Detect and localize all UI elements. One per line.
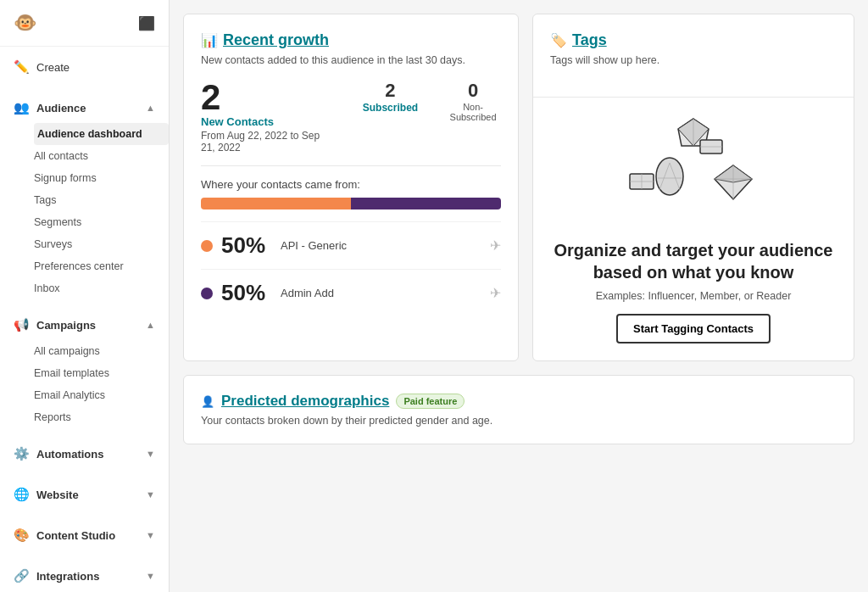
sidebar-item-email-templates[interactable]: Email templates [34, 362, 169, 384]
campaigns-chevron: ▲ [146, 320, 155, 330]
campaigns-icon: 📢 [14, 317, 30, 332]
source-name-api: API - Generic [281, 239, 481, 252]
sidebar-item-all-contacts[interactable]: All contacts [34, 145, 169, 167]
new-contacts-count: 2 [201, 80, 336, 115]
sidebar-item-audience-dashboard[interactable]: Audience dashboard [34, 123, 169, 145]
sidebar-item-preferences-center[interactable]: Preferences center [34, 255, 169, 277]
sidebar-automations-section: ⚙️ Automations ▼ [0, 433, 169, 474]
new-contacts-stat: 2 New Contacts From Aug 22, 2022 to Sep … [201, 80, 336, 154]
source-dot-api [201, 240, 213, 252]
sidebar: 🐵 ⬛ ✏️ Create 👥 Audience ▲ Audience dash… [0, 0, 170, 592]
sidebar-item-inbox[interactable]: Inbox [34, 277, 169, 299]
tags-subtitle: Tags will show up here. [550, 54, 837, 66]
source-item-admin: 50% Admin Add ✈ [201, 269, 501, 316]
source-name-admin: Admin Add [281, 287, 481, 299]
start-tagging-button[interactable]: Start Tagging Contacts [616, 314, 771, 343]
sidebar-item-segments[interactable]: Segments [34, 211, 169, 233]
subscribed-stat: 2 Subscribed [363, 80, 418, 114]
predicted-title-row: 👤 Predicted demographics Paid feature [201, 393, 837, 410]
paid-feature-badge: Paid feature [396, 394, 465, 409]
sidebar-item-reports[interactable]: Reports [34, 406, 169, 428]
gems-illustration [617, 114, 770, 227]
subscribed-count: 2 [363, 80, 418, 102]
non-subscribed-label: Non-Subscribed [445, 102, 501, 122]
sidebar-item-surveys[interactable]: Surveys [34, 233, 169, 255]
non-subscribed-count: 0 [445, 80, 501, 102]
predicted-demographics-subtitle: Your contacts broken down by their predi… [201, 415, 837, 427]
predicted-demographics-link[interactable]: Predicted demographics [221, 393, 389, 410]
main-content: 📊 Recent growth New contacts added to th… [170, 0, 868, 592]
content-studio-icon: 🎨 [14, 528, 30, 543]
sidebar-integrations-header[interactable]: 🔗 Integrations ▼ [0, 561, 169, 591]
tags-upper: 🏷️ Tags Tags will show up here. [533, 14, 854, 97]
source-bar [201, 198, 501, 209]
website-label: Website [36, 489, 79, 501]
tags-title-row: 🏷️ Tags [550, 31, 837, 49]
sidebar-item-tags[interactable]: Tags [34, 189, 169, 211]
sidebar-item-signup-forms[interactable]: Signup forms [34, 167, 169, 189]
recent-growth-title-row: 📊 Recent growth [201, 31, 501, 49]
source-item-api: 50% API - Generic ✈ [201, 221, 501, 269]
sidebar-content-studio-section: 🎨 Content Studio ▼ [0, 515, 169, 556]
demographics-icon: 👤 [201, 395, 214, 408]
source-pct-api: 50% [221, 232, 272, 259]
campaigns-sub-menu: All campaigns Email templates Email Anal… [0, 340, 169, 428]
sidebar-logo: 🐵 ⬛ [0, 0, 169, 47]
divider-1 [201, 165, 501, 166]
content-studio-chevron: ▼ [146, 530, 155, 540]
source-pct-admin: 50% [221, 280, 272, 306]
website-icon: 🌐 [14, 487, 30, 502]
content-studio-label: Content Studio [36, 529, 115, 542]
sidebar-integrations-section: 🔗 Integrations ▼ [0, 556, 169, 592]
where-label: Where your contacts came from: [201, 178, 501, 191]
sidebar-item-create[interactable]: ✏️ Create [0, 52, 169, 82]
audience-icon: 👥 [14, 100, 30, 115]
chimp-logo: 🐵 [14, 12, 36, 34]
new-contacts-date: From Aug 22, 2022 to Sep 21, 2022 [201, 130, 336, 154]
tag-icon: 🏷️ [550, 32, 567, 48]
recent-growth-card: 📊 Recent growth New contacts added to th… [183, 14, 519, 361]
tags-promo-heading: Organize and target your audience based … [550, 239, 837, 283]
campaigns-label: Campaigns [36, 319, 96, 332]
sidebar-campaigns-section: 📢 Campaigns ▲ All campaigns Email templa… [0, 304, 169, 433]
tags-promo-sub: Examples: Influencer, Member, or Reader [596, 290, 792, 302]
sidebar-audience-header[interactable]: 👥 Audience ▲ [0, 92, 169, 123]
sidebar-content-studio-header[interactable]: 🎨 Content Studio ▼ [0, 520, 169, 550]
bar-chart-icon: 📊 [201, 32, 218, 48]
sidebar-toggle-button[interactable]: ⬛ [138, 15, 155, 31]
audience-chevron: ▲ [146, 103, 155, 113]
source-link-icon-admin[interactable]: ✈ [490, 285, 501, 301]
integrations-chevron: ▼ [146, 571, 155, 581]
sidebar-audience-section: 👥 Audience ▲ Audience dashboard All cont… [0, 87, 169, 304]
integrations-icon: 🔗 [14, 568, 30, 584]
tags-lower: Organize and target your audience based … [533, 97, 854, 360]
non-subscribed-stat: 0 Non-Subscribed [445, 80, 501, 122]
sidebar-campaigns-header[interactable]: 📢 Campaigns ▲ [0, 310, 169, 340]
automations-chevron: ▼ [146, 449, 155, 459]
automations-label: Automations [36, 448, 103, 461]
tags-link[interactable]: Tags [572, 31, 607, 49]
recent-growth-link[interactable]: Recent growth [223, 31, 329, 49]
sidebar-item-all-campaigns[interactable]: All campaigns [34, 340, 169, 362]
sidebar-create-section: ✏️ Create [0, 47, 169, 87]
bar-api [201, 198, 351, 209]
sidebar-website-header[interactable]: 🌐 Website ▼ [0, 479, 169, 510]
subscribed-label: Subscribed [363, 102, 418, 114]
source-link-icon-api[interactable]: ✈ [490, 237, 501, 254]
automations-icon: ⚙️ [14, 446, 30, 461]
new-contacts-label: New Contacts [201, 115, 336, 128]
sidebar-automations-header[interactable]: ⚙️ Automations ▼ [0, 438, 169, 469]
audience-sub-menu: Audience dashboard All contacts Signup f… [0, 123, 169, 299]
source-dot-admin [201, 288, 213, 299]
stats-row: 2 New Contacts From Aug 22, 2022 to Sep … [201, 80, 501, 154]
recent-growth-subtitle: New contacts added to this audience in t… [201, 54, 501, 66]
top-row: 📊 Recent growth New contacts added to th… [183, 14, 854, 361]
bar-admin [351, 198, 501, 209]
create-label: Create [36, 61, 70, 74]
create-icon: ✏️ [14, 59, 30, 75]
sidebar-item-email-analytics[interactable]: Email Analytics [34, 384, 169, 406]
predicted-demographics-card: 👤 Predicted demographics Paid feature Yo… [183, 375, 854, 444]
integrations-label: Integrations [36, 570, 99, 583]
website-chevron: ▼ [146, 489, 155, 500]
sidebar-website-section: 🌐 Website ▼ [0, 474, 169, 515]
